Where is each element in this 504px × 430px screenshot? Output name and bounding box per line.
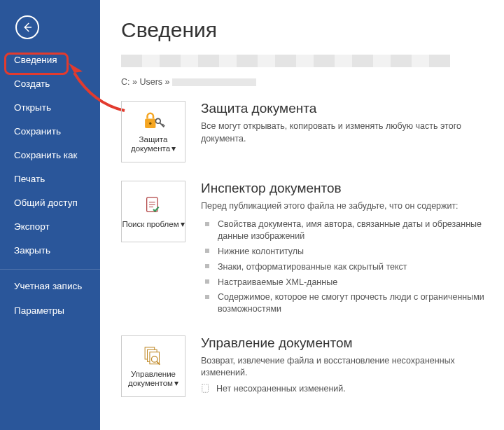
sidebar-item-close[interactable]: Закрыть [0, 240, 100, 261]
sidebar-item-label: Учетная запись [14, 281, 82, 291]
sidebar-item-label: Открыть [14, 102, 51, 113]
sidebar-item-options[interactable]: Параметры [0, 300, 100, 321]
unsaved-row: Нет несохраненных изменений. [201, 384, 490, 394]
list-item: Свойства документа, имя автора, связанны… [201, 217, 490, 244]
page-title: Сведения [121, 18, 504, 42]
svg-rect-8 [202, 384, 209, 392]
backstage-content: Сведения C: » Users » Защита документа▾ … [100, 0, 504, 430]
section-inspect: Поиск проблем▾ Инспектор документов Пере… [121, 181, 504, 317]
sidebar-item-share[interactable]: Общий доступ [0, 192, 100, 214]
chevron-down-icon: ▾ [181, 220, 185, 229]
tile-label: Управление документом [128, 370, 176, 387]
tile-label: Поиск проблем [122, 220, 178, 228]
sidebar-item-print[interactable]: Печать [0, 168, 100, 190]
path-prefix: C: » Users » [121, 77, 169, 87]
sidebar-item-new[interactable]: Создать [0, 73, 100, 95]
list-item: Содержимое, которое не смогут прочесть л… [201, 290, 490, 317]
sidebar-item-account[interactable]: Учетная запись [0, 275, 100, 298]
tile-label: Защита документа [131, 135, 170, 153]
sidebar-item-label: Сведения [14, 55, 57, 65]
sidebar-item-label: Экспорт [14, 221, 50, 232]
inspect-title: Инспектор документов [201, 181, 490, 196]
protect-desc: Все могут открывать, копировать и изменя… [201, 120, 490, 145]
manage-document-button[interactable]: Управление документом▾ [121, 335, 186, 397]
path-redacted [172, 78, 256, 86]
sidebar-item-save[interactable]: Сохранить [0, 120, 100, 142]
list-item: Знаки, отформатированные как скрытый тек… [201, 259, 490, 275]
inspect-document-button[interactable]: Поиск проблем▾ [121, 181, 186, 242]
list-item: Нижние колонтитулы [201, 244, 490, 259]
sidebar-item-label: Параметры [14, 305, 64, 316]
sidebar-item-save-as[interactable]: Сохранить как [0, 144, 100, 166]
svg-point-2 [155, 119, 160, 124]
protect-title: Защита документа [201, 101, 490, 116]
manage-desc: Возврат, извлечение файла и восстановлен… [201, 355, 490, 380]
sidebar-item-label: Закрыть [14, 245, 50, 256]
back-button[interactable] [15, 15, 39, 39]
sidebar-item-open[interactable]: Открыть [0, 97, 100, 118]
sidebar-item-export[interactable]: Экспорт [0, 216, 100, 237]
lock-key-icon [141, 110, 165, 131]
section-protect: Защита документа▾ Защита документа Все м… [121, 101, 504, 162]
sidebar-item-label: Создать [14, 78, 50, 89]
manage-title: Управление документом [201, 335, 490, 351]
section-manage: Управление документом▾ Управление докуме… [121, 335, 504, 397]
sidebar-separator [0, 269, 100, 270]
inspect-desc: Перед публикацией этого файла не забудьт… [201, 200, 490, 213]
sidebar-item-info[interactable]: Сведения [0, 49, 100, 71]
arrow-left-icon [21, 21, 34, 34]
sidebar-item-label: Общий доступ [14, 197, 78, 208]
document-versions-icon [141, 345, 165, 366]
chevron-down-icon: ▾ [172, 144, 176, 153]
document-check-icon [141, 195, 165, 216]
backstage-sidebar: Сведения Создать Открыть Сохранить Сохра… [0, 0, 100, 430]
document-name-redacted [121, 55, 450, 67]
chevron-down-icon: ▾ [174, 379, 178, 388]
document-small-icon [201, 384, 211, 394]
sidebar-item-label: Сохранить как [14, 150, 77, 160]
document-path: C: » Users » [121, 77, 504, 87]
list-item: Настраиваемые XML-данные [201, 275, 490, 290]
inspect-list: Свойства документа, имя автора, связанны… [201, 217, 490, 317]
unsaved-text: Нет несохраненных изменений. [216, 384, 346, 394]
sidebar-item-label: Печать [14, 174, 45, 184]
sidebar-item-label: Сохранить [14, 126, 61, 137]
svg-point-1 [149, 123, 151, 125]
protect-document-button[interactable]: Защита документа▾ [121, 101, 186, 162]
